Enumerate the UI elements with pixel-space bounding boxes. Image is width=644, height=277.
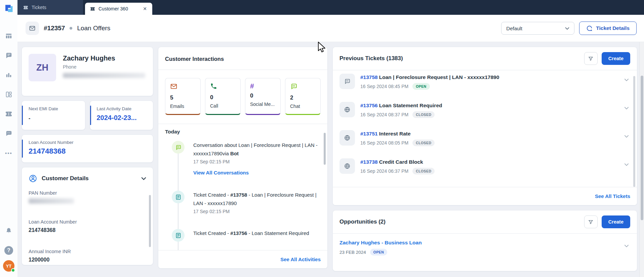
create-opportunity-button[interactable]: Create — [602, 215, 630, 228]
stat-label: Loan Account Number — [29, 140, 148, 145]
chat-tile[interactable]: 2 Chat — [285, 78, 321, 115]
masked-phone-number — [63, 73, 145, 78]
interactions-title: Customer Interactions — [158, 47, 327, 70]
conversations-nav-icon[interactable] — [0, 46, 17, 65]
tab-tickets[interactable]: Tickets — [17, 0, 83, 15]
stat-label: Last Activity Date — [97, 106, 149, 111]
ticket-id-link[interactable]: #13756 — [360, 103, 378, 108]
view-all-conversations-link[interactable]: View All Conversations — [193, 170, 249, 175]
ticket-title: Loan | Foreclosure Request | LAN - xxxxx… — [379, 74, 499, 80]
tab-label: Customer 360 — [98, 6, 128, 11]
view-select-value: Default — [506, 26, 522, 31]
emails-tile[interactable]: 5 Emails — [165, 78, 201, 115]
filter-button[interactable] — [584, 215, 598, 228]
previous-tickets-card: Previous Tickets (1383) Create — [332, 47, 637, 205]
loan-account-number: 214748368 — [29, 147, 148, 156]
tile-label: Chat — [290, 104, 316, 109]
tickets-footer: See All Tickets — [333, 187, 637, 205]
help-icon[interactable]: ? — [0, 241, 17, 260]
more-nav-icon[interactable]: ••• — [0, 143, 17, 163]
customer-name: Zachary Hughes — [63, 54, 145, 62]
page-scrollbar-thumb[interactable] — [641, 76, 643, 220]
timeline-scrollbar[interactable] — [324, 133, 326, 165]
opportunity-date: 23 FEB 2024 — [339, 250, 366, 255]
call-tile[interactable]: 0 Call — [205, 78, 241, 115]
expand-chevron-icon[interactable] — [624, 135, 629, 138]
stat-value: 2024-02-23... — [97, 114, 149, 122]
browser-tab-bar: Tickets Customer 360 ✕ — [17, 0, 644, 15]
ticket-time: 16 Sep 2024 06:37 PM — [360, 168, 408, 174]
ticket-details-button[interactable]: Ticket Details — [579, 22, 637, 35]
ticket-row[interactable]: #13756Loan Statement Required 16 Sep 202… — [339, 102, 629, 130]
expand-chevron-icon[interactable] — [624, 78, 629, 81]
portal-channel-icon — [339, 158, 355, 174]
opportunity-link[interactable]: Zachary Hughes - Business Loan — [339, 240, 624, 246]
hashtag-icon: # — [250, 83, 276, 89]
activity-item-ticket-created: Ticket Created - #13758 - Loan | Foreclo… — [172, 191, 321, 214]
page-title: Loan Offers — [77, 25, 110, 32]
activity-timeline: Conversation about Loan | Foreclosure Re… — [158, 137, 327, 250]
ticket-details-icon — [586, 25, 593, 32]
analytics-nav-icon[interactable] — [0, 65, 17, 85]
create-ticket-button[interactable]: Create — [602, 52, 630, 65]
previous-tickets-title: Previous Tickets (1383) — [339, 55, 580, 62]
chat-nav-icon[interactable] — [0, 124, 17, 143]
tickets-column: Previous Tickets (1383) Create — [332, 47, 637, 277]
content-area: ZH Zachary Hughes Phone Next EMI Date - … — [17, 42, 644, 277]
chat-icon — [290, 83, 316, 91]
view-select-dropdown[interactable]: Default — [501, 22, 574, 35]
annual-income-field: Annual Income INR 1200000 — [29, 249, 146, 263]
pan-number-field: PAN Number — [29, 190, 146, 204]
customer-card: ZH Zachary Hughes Phone — [22, 47, 153, 96]
stat-value: - — [29, 115, 80, 121]
expand-chevron-icon[interactable] — [624, 107, 629, 110]
customer-360-app: ••• ? YT Tickets Customer 360 ✕ — [0, 0, 644, 277]
last-activity-date-card: Last Activity Date 2024-02-23... — [90, 101, 154, 130]
status-badge: OPEN — [370, 249, 387, 255]
expand-chevron-icon[interactable] — [624, 244, 629, 247]
ticket-row[interactable]: #13738Credit Card Block 16 Sep 2024 06:3… — [339, 158, 629, 187]
status-badge: CLOSED — [412, 140, 435, 146]
ticket-icon — [23, 5, 29, 10]
customer-channel-label: Phone — [63, 64, 145, 70]
tables-nav-icon[interactable] — [0, 26, 17, 46]
ticket-id-link[interactable]: #13758 — [360, 74, 378, 80]
customer-summary-column: ZH Zachary Hughes Phone Next EMI Date - … — [22, 47, 153, 277]
field-label: Loan Account Number — [29, 219, 146, 225]
see-all-tickets-link[interactable]: See All Tickets — [595, 193, 630, 199]
collapse-chevron-icon[interactable] — [141, 177, 146, 180]
filter-button[interactable] — [584, 52, 598, 65]
ticket-title: Credit Card Block — [379, 159, 423, 165]
expand-chevron-icon[interactable] — [624, 163, 629, 166]
left-nav-rail: ••• ? YT — [0, 0, 17, 277]
ticket-time: 16 Sep 2024 08:45 PM — [360, 84, 408, 89]
social-media-tile[interactable]: # 0 Social Me... — [245, 78, 281, 115]
tile-label: Call — [210, 103, 236, 109]
activity-group-label: Today — [158, 124, 327, 137]
field-value: 1200000 — [29, 257, 146, 263]
close-tab-icon[interactable]: ✕ — [142, 5, 148, 12]
activity-time: 17 Sep 02:15 PM — [193, 209, 321, 214]
user-avatar[interactable]: YT — [3, 260, 14, 272]
tile-count: 5 — [170, 94, 196, 101]
field-label: PAN Number — [29, 190, 146, 196]
chevron-down-icon — [565, 27, 569, 30]
tickets-nav-icon[interactable] — [0, 104, 17, 124]
notifications-bell-icon[interactable] — [0, 221, 17, 241]
online-presence-dot — [11, 268, 15, 272]
see-all-activities-link[interactable]: See All Activities — [280, 256, 321, 262]
opportunity-row[interactable]: Zachary Hughes - Business Loan 23 FEB 20… — [333, 234, 637, 255]
ticket-row[interactable]: #13751Interest Rate 16 Sep 2024 08:05 PM… — [339, 130, 629, 158]
tab-customer-360[interactable]: Customer 360 ✕ — [85, 3, 152, 15]
field-label: Annual Income INR — [29, 249, 146, 254]
tickets-scrollbar[interactable] — [633, 76, 635, 187]
ticket-created-icon — [172, 229, 185, 242]
dashboard-nav-icon[interactable] — [0, 85, 17, 104]
ticket-id-link[interactable]: #13738 — [360, 159, 378, 165]
freshworks-logo[interactable] — [4, 3, 14, 15]
ticket-id-link[interactable]: #13751 — [360, 131, 378, 136]
details-scrollbar[interactable] — [149, 195, 151, 247]
ticket-row[interactable]: #13758Loan | Foreclosure Request | LAN -… — [339, 74, 629, 102]
page-scrollbar[interactable] — [639, 42, 644, 277]
stat-cards-row: Next EMI Date - Last Activity Date 2024-… — [22, 101, 153, 130]
